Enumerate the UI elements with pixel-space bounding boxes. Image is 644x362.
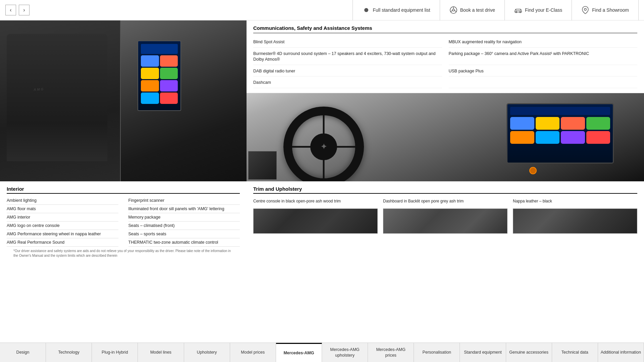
tab-standard-equipment[interactable]: Standard equipment — [460, 343, 506, 362]
two-col-section: AMG — [0, 20, 644, 181]
trim-swatches: Centre console in black open-pore ash wo… — [253, 196, 637, 234]
trim-swatch-2: Dashboard in Backlit open pore grey ash … — [383, 196, 507, 234]
interior-item-9: Memory package — [128, 213, 240, 222]
svg-point-8 — [584, 8, 586, 10]
trim-swatch-3-label: Nappa leather – black — [513, 196, 637, 206]
svg-line-3 — [450, 11, 452, 12]
nav-link-find-showroom-label: Find a Showroom — [592, 7, 629, 13]
bottom-equipment-area: Interior Ambient lighting Fingerprint sc… — [0, 181, 644, 265]
comm-item-5: MBUX augmented reality for navigation — [449, 37, 638, 48]
location-icon — [581, 6, 589, 14]
communications-section: Communications, Safety and Assistance Sy… — [247, 20, 644, 93]
nav-link-test-drive-label: Book a test drive — [460, 7, 495, 13]
tab-additional-info[interactable]: Additional information — [598, 343, 644, 362]
nav-link-find-eclass[interactable]: Find your E-Class — [505, 0, 572, 20]
communications-grid: Blind Spot Assist MBUX augmented reality… — [253, 37, 637, 88]
amg-emboss: AMG — [34, 87, 45, 92]
steering-wheel-icon — [449, 6, 458, 14]
content-wrapper: AMG — [0, 20, 644, 362]
tab-upholstery[interactable]: Upholstery — [184, 343, 230, 362]
nav-link-find-eclass-label: Find your E-Class — [525, 7, 562, 13]
prev-arrow-button[interactable]: ‹ — [5, 5, 16, 15]
dot-icon — [362, 6, 370, 14]
interior-item-10: Seats – climatised (front) — [128, 222, 240, 230]
tab-technology[interactable]: Technology — [46, 343, 92, 362]
dashboard-image: ✦ — [247, 93, 644, 182]
comm-item-6: Parking package – 360° camera and Active… — [449, 49, 638, 65]
interior-item-5: AMG Performance steering wheel in nappa … — [7, 230, 118, 238]
svg-line-4 — [454, 11, 457, 12]
comm-item-4: Dashcam — [253, 78, 442, 88]
interior-seat-image: AMG — [0, 20, 247, 181]
tab-mercedes-amg[interactable]: Mercedes-AMG — [276, 343, 322, 362]
comm-item-1: Blind Spot Assist — [253, 37, 442, 48]
tab-model-prices[interactable]: Model prices — [230, 343, 276, 362]
car-icon — [514, 6, 522, 14]
nav-link-find-showroom[interactable]: Find a Showroom — [572, 0, 639, 20]
interior-title: Interior — [7, 186, 240, 194]
tab-mercedes-amg-upholstery[interactable]: Mercedes-AMG upholstery — [322, 343, 368, 362]
trim-swatch-2-image — [383, 208, 507, 234]
trim-swatch-1-image — [253, 208, 378, 234]
next-arrow-button[interactable]: › — [19, 5, 30, 15]
trim-swatch-3: Nappa leather – black — [513, 196, 637, 234]
svg-point-1 — [452, 9, 454, 11]
comm-item-3: DAB digital radio tuner — [253, 66, 442, 77]
interior-item-4: AMG logo on centre console — [7, 222, 118, 230]
next-arrow-icon: › — [23, 7, 25, 13]
svg-rect-7 — [516, 9, 521, 10]
tab-mercedes-amg-prices[interactable]: Mercedes-AMG prices — [368, 343, 414, 362]
interior-item-12: THERMATIC two-zone automatic climate con… — [128, 238, 240, 247]
trim-upholstery-section: Trim and Upholstery Centre console in bl… — [247, 181, 644, 265]
tab-plug-in-hybrid[interactable]: Plug-in Hybrid — [92, 343, 138, 362]
nav-link-test-drive[interactable]: Book a test drive — [440, 0, 505, 20]
right-info-wrapper: Communications, Safety and Assistance Sy… — [247, 20, 644, 181]
comm-item-empty — [449, 78, 638, 88]
trim-swatch-1: Centre console in black open-pore ash wo… — [253, 196, 378, 234]
tab-technical-data[interactable]: Technical data — [552, 343, 598, 362]
prev-arrow-icon: ‹ — [10, 7, 11, 13]
interior-grid: Ambient lighting Fingerprint scanner AMG… — [7, 196, 240, 247]
interior-item-11: Seats – sports seats — [128, 230, 240, 238]
trim-swatch-1-label: Centre console in black open-pore ash wo… — [253, 196, 378, 206]
bottom-tab-bar: Design Technology Plug-in Hybrid Model l… — [0, 343, 644, 362]
tab-model-lines[interactable]: Model lines — [138, 343, 184, 362]
nav-links: Full standard equipment list Book a test… — [353, 0, 639, 20]
disclaimer-text: *Our driver assistance and safety system… — [7, 247, 240, 260]
interior-item-8: Illuminated front door sill panels with … — [128, 205, 240, 213]
comm-item-2: Burmester® 4D surround sound system – 17… — [253, 49, 442, 65]
comm-item-7: USB package Plus — [449, 66, 638, 77]
interior-item-7: Fingerprint scanner — [128, 196, 240, 205]
trim-swatch-2-label: Dashboard in Backlit open pore grey ash … — [383, 196, 507, 206]
interior-item-2: AMG floor mats — [7, 205, 118, 213]
interior-item-6: AMG Real Performance Sound — [7, 238, 118, 247]
nav-link-equipment-list[interactable]: Full standard equipment list — [353, 0, 440, 20]
interior-equipment-section: Interior Ambient lighting Fingerprint sc… — [0, 181, 247, 265]
interior-item-3: AMG interior — [7, 213, 118, 222]
trim-title: Trim and Upholstery — [253, 186, 637, 194]
nav-arrows: ‹ › — [5, 5, 30, 15]
trim-swatch-3-image — [513, 208, 637, 234]
nav-link-equipment-label: Full standard equipment list — [373, 7, 430, 13]
tab-genuine-accessories[interactable]: Genuine accessories — [506, 343, 552, 362]
interior-item-1: Ambient lighting — [7, 196, 118, 205]
tab-personalisation[interactable]: Personalisation — [414, 343, 460, 362]
communications-title: Communications, Safety and Assistance Sy… — [253, 25, 637, 33]
top-navigation: ‹ › Full standard equipment list — [0, 0, 644, 20]
tab-design[interactable]: Design — [0, 343, 46, 362]
